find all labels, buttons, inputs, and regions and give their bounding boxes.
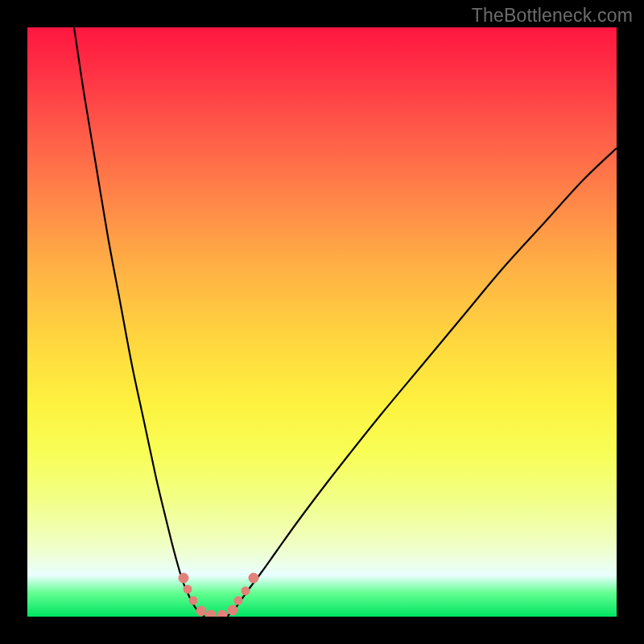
data-marker bbox=[189, 597, 198, 605]
plot-area bbox=[27, 27, 617, 617]
watermark-text: TheBottleneck.com bbox=[472, 5, 633, 27]
data-marker bbox=[184, 585, 192, 594]
data-marker bbox=[249, 573, 259, 584]
data-marker bbox=[234, 597, 243, 605]
data-marker bbox=[206, 610, 217, 617]
curve-svg bbox=[27, 27, 617, 617]
curve-right-branch bbox=[227, 148, 617, 617]
data-marker bbox=[179, 573, 189, 584]
data-marker bbox=[228, 605, 238, 616]
chart-frame: TheBottleneck.com bbox=[0, 0, 644, 644]
data-marker bbox=[196, 606, 207, 617]
curve-left-branch bbox=[74, 27, 204, 617]
curve-markers bbox=[179, 573, 259, 617]
data-marker bbox=[242, 587, 250, 596]
data-marker bbox=[217, 610, 228, 617]
